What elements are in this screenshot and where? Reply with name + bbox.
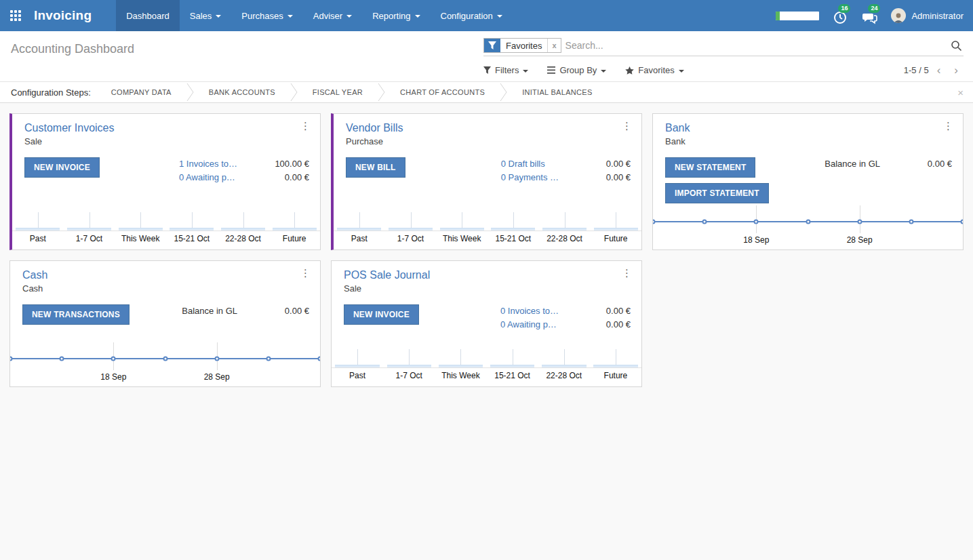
payments-link[interactable]: 0 Payments … — [501, 172, 559, 182]
new-invoice-button[interactable]: NEW INVOICE — [344, 304, 419, 325]
card-subtitle: Sale — [344, 283, 631, 294]
x-axis-label: Future — [590, 368, 641, 386]
avatar — [891, 8, 906, 23]
x-axis-label: 15-21 Oct — [488, 231, 539, 249]
kebab-menu-icon[interactable]: ⋮ — [298, 266, 313, 279]
new-transactions-button[interactable]: NEW TRANSACTIONS — [22, 304, 130, 325]
facet-remove-icon[interactable]: x — [547, 39, 560, 52]
config-steps-label: Configuration Steps: — [11, 87, 91, 98]
amount: 0.00 € — [591, 319, 631, 329]
chevron-down-icon — [679, 70, 684, 73]
pager-previous-icon[interactable]: ‹ — [932, 64, 947, 76]
x-axis-label: 18 Sep — [100, 372, 126, 382]
awaiting-payments-link[interactable]: 0 Awaiting p… — [500, 319, 559, 329]
filter-funnel-icon — [483, 66, 491, 74]
kebab-menu-icon[interactable]: ⋮ — [940, 119, 956, 132]
filters-button[interactable]: Filters — [483, 65, 528, 75]
x-axis-label: 28 Sep — [204, 372, 230, 382]
invoices-to-validate-link[interactable]: 0 Invoices to… — [500, 306, 559, 316]
step-initial-balances[interactable]: INITIAL BALANCES — [519, 88, 595, 96]
user-menu[interactable]: Administrator — [891, 8, 964, 23]
menu-purchases[interactable]: Purchases — [231, 0, 302, 31]
chevron-down-icon — [415, 15, 420, 18]
menu-configuration[interactable]: Configuration — [431, 0, 513, 31]
card-pos-sale-journal: ⋮ POS Sale Journal Sale NEW INVOICE 0 In… — [331, 260, 642, 387]
card-title[interactable]: POS Sale Journal — [344, 269, 631, 281]
chevron-down-icon — [497, 15, 502, 18]
x-axis-label: This Week — [436, 231, 488, 249]
step-bank-accounts[interactable]: BANK ACCOUNTS — [206, 88, 278, 96]
menu-adviser[interactable]: Adviser — [303, 0, 362, 31]
configuration-steps-bar: Configuration Steps: COMPANY DATA BANK A… — [0, 81, 973, 103]
x-axis-label: 1-7 Oct — [385, 231, 437, 249]
activity-badge: 16 — [838, 4, 850, 13]
top-navbar: Invoicing Dashboard Sales Purchases Advi… — [0, 0, 973, 31]
new-bill-button[interactable]: NEW BILL — [346, 157, 405, 178]
favorites-button[interactable]: Favorites — [625, 65, 683, 75]
step-chart-of-accounts[interactable]: CHART OF ACCOUNTS — [397, 88, 488, 96]
x-axis-label: 15-21 Oct — [487, 368, 538, 386]
search-icon[interactable] — [951, 40, 962, 52]
journal-sparkline-chart[interactable]: Past1-7 OctThis Week15-21 Oct22-28 OctFu… — [332, 338, 641, 386]
menu-dashboard[interactable]: Dashboard — [116, 0, 180, 31]
filter-funnel-icon — [484, 39, 500, 52]
new-invoice-button[interactable]: NEW INVOICE — [24, 157, 100, 178]
chevron-separator-icon — [500, 83, 507, 101]
card-subtitle: Sale — [24, 136, 309, 146]
card-vendor-bills: ⋮ Vendor Bills Purchase NEW BILL 0 Draft… — [331, 113, 642, 250]
activity-clock-icon[interactable]: 16 — [831, 7, 849, 24]
main-menu: Dashboard Sales Purchases Adviser Report… — [116, 0, 513, 31]
x-axis-label: Past — [332, 368, 383, 386]
x-axis-label: 22-28 Oct — [538, 368, 590, 386]
amount: 0.00 € — [270, 306, 309, 316]
journal-sparkline-chart[interactable]: 18 Sep28 Sep — [653, 203, 963, 249]
kebab-menu-icon[interactable]: ⋮ — [619, 119, 635, 132]
draft-bills-link[interactable]: 0 Draft bills — [501, 159, 559, 169]
step-fiscal-year[interactable]: FISCAL YEAR — [310, 88, 365, 96]
x-axis-label: 28 Sep — [847, 235, 873, 245]
kebab-menu-icon[interactable]: ⋮ — [619, 266, 635, 279]
card-title[interactable]: Customer Invoices — [24, 122, 309, 134]
search-input[interactable] — [561, 39, 951, 52]
step-company-data[interactable]: COMPANY DATA — [108, 88, 174, 96]
kebab-menu-icon[interactable]: ⋮ — [298, 119, 313, 132]
list-icon — [547, 66, 555, 74]
import-statement-button[interactable]: IMPORT STATEMENT — [665, 183, 769, 203]
chevron-down-icon — [523, 70, 528, 73]
card-title[interactable]: Bank — [665, 122, 952, 134]
close-icon[interactable]: × — [957, 87, 964, 98]
new-statement-button[interactable]: NEW STATEMENT — [665, 157, 755, 178]
card-cash: ⋮ Cash Cash NEW TRANSACTIONS Balance in … — [9, 260, 321, 387]
pager-next-icon[interactable]: › — [949, 64, 964, 76]
app-brand-title[interactable]: Invoicing — [31, 0, 101, 31]
search-facet-favorites: Favorites x — [483, 38, 561, 53]
x-axis-label: 22-28 Oct — [539, 231, 591, 249]
card-title[interactable]: Cash — [22, 269, 309, 281]
chevron-down-icon — [216, 15, 221, 18]
facet-label: Favorites — [500, 39, 547, 52]
journal-sparkline-chart[interactable]: Past1-7 OctThis Week15-21 Oct22-28 OctFu… — [334, 201, 641, 249]
awaiting-payments-link[interactable]: 0 Awaiting p… — [179, 172, 237, 182]
card-bank: ⋮ Bank Bank NEW STATEMENT IMPORT STATEME… — [652, 113, 964, 250]
dashboard-content: ⋮ Customer Invoices Sale NEW INVOICE 1 I… — [0, 103, 973, 560]
chevron-separator-icon — [290, 83, 298, 101]
balance-in-gl-label: Balance in GL — [182, 306, 237, 316]
invoices-to-validate-link[interactable]: 1 Invoices to… — [179, 159, 237, 169]
x-axis-label: Past — [334, 231, 385, 249]
chevron-down-icon — [287, 15, 293, 18]
menu-reporting[interactable]: Reporting — [362, 0, 430, 31]
onboarding-progress-bar[interactable] — [776, 12, 819, 20]
group-by-button[interactable]: Group By — [547, 65, 606, 75]
amount: 100.00 € — [270, 159, 309, 169]
card-title[interactable]: Vendor Bills — [346, 122, 631, 134]
chevron-separator-icon — [378, 83, 385, 101]
chevron-down-icon — [601, 70, 606, 73]
journal-sparkline-chart[interactable]: Past1-7 OctThis Week15-21 Oct22-28 OctFu… — [12, 201, 320, 249]
menu-sales[interactable]: Sales — [180, 0, 232, 31]
journal-sparkline-chart[interactable]: 18 Sep28 Sep — [10, 340, 320, 386]
messages-icon[interactable]: 24 — [861, 7, 879, 24]
star-icon — [625, 66, 634, 75]
systray: 16 24 Administrator — [776, 0, 973, 31]
x-axis-label: 1-7 Oct — [64, 231, 115, 249]
apps-menu-icon[interactable] — [0, 0, 31, 31]
